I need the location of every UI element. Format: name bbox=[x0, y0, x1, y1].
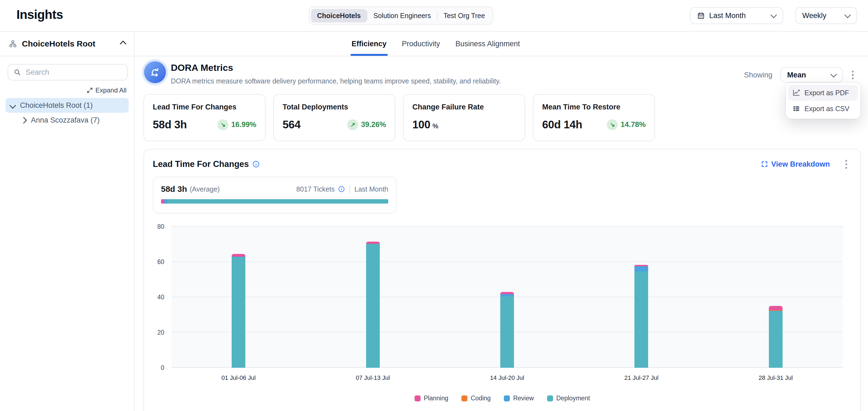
page-title: Insights bbox=[17, 7, 63, 22]
bar-segment-deployment[interactable] bbox=[500, 296, 514, 368]
chevron-down-icon[interactable] bbox=[9, 102, 16, 109]
aggregation-select[interactable]: Mean bbox=[780, 67, 843, 83]
tab-productivity[interactable]: Productivity bbox=[402, 32, 440, 56]
sidebar-search[interactable] bbox=[8, 64, 128, 80]
org-tab-choicehotels[interactable]: ChoiceHotels bbox=[311, 9, 367, 23]
metric-card-value: 58d 3h bbox=[153, 118, 187, 131]
bar-segment-planning[interactable] bbox=[769, 306, 782, 310]
stacked-bar-5[interactable] bbox=[769, 306, 782, 368]
bar-segment-deployment[interactable] bbox=[769, 311, 782, 368]
metric-cards-row: Lead Time For Changes 58d 3h ↘ 16.99% To… bbox=[144, 94, 655, 141]
metric-card-value: 60d 14h bbox=[542, 118, 582, 131]
bar-segment-deployment[interactable] bbox=[231, 257, 245, 368]
chart-card-header: Lead Time For Changes View Breakdown bbox=[153, 159, 848, 170]
legend-swatch-icon bbox=[461, 396, 467, 402]
bar-column: 14 Jul-20 Jul bbox=[440, 227, 574, 368]
tab-efficiency[interactable]: Efficiency bbox=[351, 32, 386, 56]
org-tab-test-org-tree[interactable]: Test Org Tree bbox=[438, 9, 491, 23]
legend-label: Coding bbox=[471, 395, 491, 402]
dora-kebab-menu-button[interactable] bbox=[851, 69, 855, 81]
org-tree-icon bbox=[9, 40, 17, 48]
metric-card-value: 564 bbox=[283, 118, 301, 131]
view-breakdown-label: View Breakdown bbox=[771, 160, 830, 169]
x-axis-label: 28 Jul-31 Jul bbox=[709, 374, 843, 381]
info-icon[interactable] bbox=[252, 160, 260, 168]
y-axis-tick: 40 bbox=[157, 294, 164, 301]
tree-item-label: ChoiceHotels Root (1) bbox=[20, 101, 93, 110]
trend-down-icon: ↘ bbox=[607, 119, 618, 130]
export-csv-label: Export as CSV bbox=[804, 105, 849, 113]
trend-up-icon: ↗ bbox=[347, 119, 358, 130]
chart-legend: PlanningCodingReviewDeployment bbox=[144, 395, 860, 402]
chevron-down-icon bbox=[830, 71, 837, 77]
export-csv-menu-item[interactable]: Export as CSV bbox=[788, 101, 858, 116]
summary-period: Last Month bbox=[354, 185, 388, 193]
tab-business-alignment[interactable]: Business Alignment bbox=[455, 32, 520, 56]
metric-card-title: Mean Time To Restore bbox=[542, 103, 646, 111]
sidebar-root-label: ChoiceHotels Root bbox=[22, 39, 95, 48]
export-pdf-menu-item[interactable]: Export as PDF bbox=[788, 85, 858, 101]
tree-item-choicehotels-root[interactable]: ChoiceHotels Root (1) bbox=[5, 98, 129, 113]
expand-all-button[interactable]: Expand All bbox=[8, 87, 126, 94]
legend-label: Deployment bbox=[556, 395, 590, 402]
divider bbox=[349, 185, 350, 193]
legend-item-planning[interactable]: Planning bbox=[414, 395, 448, 402]
stacked-bar-1[interactable] bbox=[231, 254, 245, 368]
bar-segment-planning[interactable] bbox=[231, 254, 245, 257]
date-range-value: Last Month bbox=[709, 11, 767, 20]
view-breakdown-button[interactable]: View Breakdown bbox=[761, 160, 830, 169]
stacked-bar-2[interactable] bbox=[366, 242, 380, 368]
metric-card-title: Lead Time For Changes bbox=[153, 103, 256, 111]
trend-down-icon: ↘ bbox=[217, 119, 228, 130]
bar-segment-planning[interactable] bbox=[500, 292, 514, 294]
date-range-select[interactable]: Last Month bbox=[690, 7, 783, 24]
y-axis-tick: 20 bbox=[157, 329, 164, 336]
export-menu: Export as PDF Export as CSV bbox=[786, 83, 860, 119]
showing-controls: Showing Mean bbox=[744, 67, 855, 83]
y-axis-tick: 60 bbox=[157, 258, 164, 266]
legend-item-coding[interactable]: Coding bbox=[461, 395, 491, 402]
info-icon[interactable] bbox=[338, 185, 345, 193]
stacked-bar-3[interactable] bbox=[500, 292, 514, 368]
bar-segment-deployment[interactable] bbox=[634, 271, 648, 368]
granularity-select[interactable]: Weekly bbox=[795, 7, 857, 24]
top-controls: Last Month Weekly bbox=[690, 7, 857, 24]
tree-item-anna-scozzafava[interactable]: Anna Scozzafava (7) bbox=[5, 113, 129, 128]
chevron-down-icon bbox=[844, 11, 851, 18]
stacked-bar-4[interactable] bbox=[634, 265, 648, 368]
y-axis-tick: 0 bbox=[161, 364, 164, 372]
search-input[interactable] bbox=[25, 68, 124, 77]
metric-card-unit: % bbox=[433, 122, 438, 130]
summary-bar bbox=[161, 199, 388, 204]
chart-summary-card: 58d 3h (Average) 8017 Tickets Last Month bbox=[153, 177, 397, 213]
bar-segment-review[interactable] bbox=[500, 294, 514, 296]
tabs-row: Efficiency Productivity Business Alignme… bbox=[135, 32, 868, 56]
chart-kebab-menu-button[interactable] bbox=[844, 159, 848, 170]
bar-segment-deployment[interactable] bbox=[366, 244, 380, 368]
org-tab-solution-engineers[interactable]: Solution Engineers bbox=[368, 9, 437, 23]
sidebar-header[interactable]: ChoiceHotels Root bbox=[0, 32, 134, 56]
tree-item-label: Anna Scozzafava (7) bbox=[31, 116, 100, 125]
main-area: Efficiency Productivity Business Alignme… bbox=[135, 32, 868, 411]
y-axis-tick: 80 bbox=[157, 223, 164, 230]
legend-swatch-icon bbox=[504, 396, 510, 402]
metric-card-title: Change Failure Rate bbox=[412, 103, 516, 111]
chevron-right-icon[interactable] bbox=[20, 117, 27, 124]
bar-segment-planning[interactable] bbox=[366, 242, 380, 244]
legend-item-deployment[interactable]: Deployment bbox=[547, 395, 590, 402]
dora-metrics-description: DORA metrics measure software delivery p… bbox=[171, 77, 501, 85]
legend-item-review[interactable]: Review bbox=[504, 395, 534, 402]
metric-card-lead-time: Lead Time For Changes 58d 3h ↘ 16.99% bbox=[144, 94, 266, 141]
bar-segment-review[interactable] bbox=[634, 266, 648, 271]
insights-app: Insights ChoiceHotels Solution Engineers… bbox=[0, 0, 868, 411]
metric-card-total-deployments: Total Deployments 564 ↗ 39.26% bbox=[273, 94, 395, 141]
dora-metrics-icon bbox=[144, 61, 166, 83]
x-axis-label: 21 Jul-27 Jul bbox=[574, 374, 708, 381]
dora-metrics-title: DORA Metrics bbox=[171, 62, 233, 73]
chevron-up-icon[interactable] bbox=[120, 40, 126, 47]
legend-swatch-icon bbox=[547, 396, 553, 402]
bar-column: 07 Jul-13 Jul bbox=[306, 227, 440, 368]
org-switcher: ChoiceHotels Solution Engineers Test Org… bbox=[309, 7, 493, 25]
chart-line-plus-icon bbox=[793, 89, 800, 97]
metric-card-value: 100 bbox=[412, 118, 430, 131]
